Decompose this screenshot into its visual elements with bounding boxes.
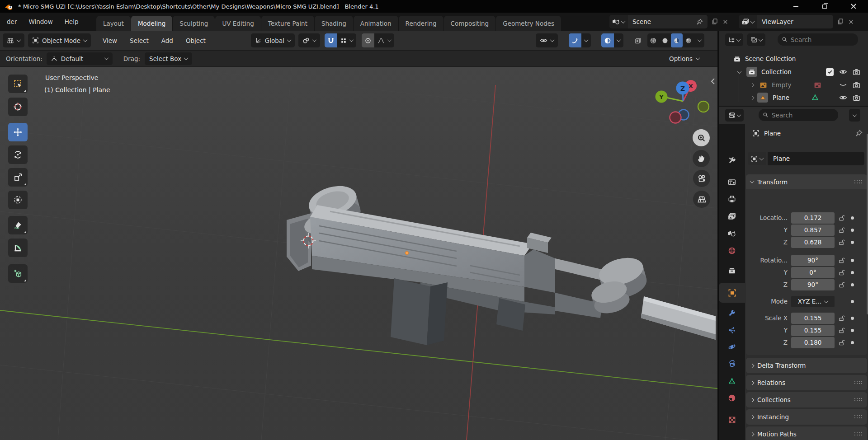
properties-search[interactable] bbox=[759, 109, 838, 121]
viewlayer-name-field[interactable]: ViewLayer bbox=[757, 15, 833, 28]
tab-modeling[interactable]: Modeling bbox=[131, 16, 172, 31]
animate-dot[interactable] bbox=[851, 337, 854, 348]
tab-material[interactable] bbox=[719, 389, 745, 407]
rotation-y-field[interactable]: 0° bbox=[791, 267, 835, 278]
tab-sculpting[interactable]: Sculpting bbox=[173, 16, 215, 31]
tab-particles[interactable] bbox=[719, 322, 745, 339]
sidebar-collapse-icon[interactable] bbox=[712, 79, 714, 84]
location-z-field[interactable]: 0.628 bbox=[791, 237, 835, 248]
lock-icon[interactable] bbox=[838, 267, 845, 278]
menu-object[interactable]: Object bbox=[179, 37, 212, 44]
outliner-display-mode-button[interactable] bbox=[725, 33, 743, 46]
gizmo-dropdown[interactable] bbox=[581, 33, 591, 47]
gizmo-axis-x-neg[interactable] bbox=[670, 112, 681, 123]
tab-modifiers[interactable] bbox=[719, 304, 745, 322]
menu-add[interactable]: Add bbox=[155, 37, 179, 44]
shading-dropdown[interactable] bbox=[694, 33, 704, 47]
lock-icon[interactable] bbox=[838, 337, 845, 348]
tab-view-layer[interactable] bbox=[719, 208, 745, 225]
new-scene-icon[interactable] bbox=[711, 18, 718, 25]
lock-icon[interactable] bbox=[838, 212, 845, 224]
location-y-field[interactable]: 0.857 bbox=[791, 225, 835, 236]
panel-grip-icon[interactable] bbox=[854, 415, 863, 419]
tab-layout[interactable]: Layout bbox=[96, 16, 131, 31]
snap-settings-dropdown[interactable] bbox=[337, 33, 356, 47]
pin-icon[interactable] bbox=[696, 19, 703, 25]
section-collections[interactable]: Collections bbox=[746, 392, 867, 407]
chevron-right-icon[interactable] bbox=[750, 83, 755, 87]
show-overlays-toggle[interactable] bbox=[601, 33, 614, 47]
menu-render[interactable]: der bbox=[1, 18, 23, 25]
lock-icon[interactable] bbox=[838, 255, 845, 266]
menu-select[interactable]: Select bbox=[123, 37, 155, 44]
shading-material-button[interactable] bbox=[671, 33, 683, 47]
overlays-dropdown[interactable] bbox=[614, 33, 623, 47]
properties-search-input[interactable] bbox=[772, 112, 834, 119]
object-browse-button[interactable] bbox=[748, 152, 766, 165]
tab-rendering[interactable]: Rendering bbox=[399, 16, 443, 31]
lock-icon[interactable] bbox=[838, 279, 845, 290]
panel-grip-icon[interactable] bbox=[854, 398, 863, 402]
outliner-row-plane[interactable]: Plane bbox=[719, 91, 868, 104]
tool-add-cube[interactable] bbox=[8, 264, 28, 283]
object-name-input[interactable] bbox=[768, 152, 864, 165]
eye-icon[interactable] bbox=[839, 68, 847, 76]
collection-checkbox[interactable] bbox=[826, 68, 834, 76]
gun-model[interactable] bbox=[287, 181, 716, 345]
panel-grip-icon[interactable] bbox=[854, 381, 863, 384]
tab-object[interactable] bbox=[719, 283, 745, 303]
chevron-right-icon[interactable] bbox=[750, 95, 755, 100]
section-relations[interactable]: Relations bbox=[746, 375, 867, 390]
scene-browse-button[interactable] bbox=[609, 15, 628, 28]
rotation-x-field[interactable]: 90° bbox=[791, 255, 835, 266]
orientation-dropdown[interactable]: Default bbox=[47, 52, 113, 65]
camera-icon[interactable] bbox=[853, 68, 860, 76]
scene-name-field[interactable]: Scene bbox=[628, 15, 708, 28]
panel-grip-icon[interactable] bbox=[854, 432, 863, 436]
animate-dot[interactable] bbox=[851, 212, 854, 224]
orthographic-toggle-button[interactable] bbox=[693, 191, 710, 208]
close-button[interactable] bbox=[839, 0, 868, 13]
eye-icon[interactable] bbox=[839, 94, 847, 102]
falloff-dropdown[interactable] bbox=[374, 33, 394, 47]
tool-measure[interactable] bbox=[8, 239, 28, 257]
camera-icon[interactable] bbox=[853, 81, 860, 89]
tab-uv-editing[interactable]: UV Editing bbox=[215, 16, 260, 31]
camera-view-button[interactable] bbox=[693, 170, 710, 187]
lock-icon[interactable] bbox=[838, 225, 845, 236]
editor-type-button[interactable] bbox=[3, 33, 24, 47]
tab-tool[interactable] bbox=[719, 152, 745, 169]
transform-panel-header[interactable]: Transform bbox=[746, 174, 867, 189]
section-delta-transform[interactable]: Delta Transform bbox=[746, 358, 867, 373]
animate-dot[interactable] bbox=[851, 225, 854, 236]
pin-icon[interactable] bbox=[855, 130, 863, 137]
zoom-button[interactable] bbox=[693, 129, 710, 146]
rotation-mode-dropdown[interactable]: XYZ E... bbox=[791, 296, 835, 307]
tool-select-box[interactable] bbox=[8, 75, 28, 93]
tab-world[interactable] bbox=[719, 242, 745, 259]
animate-dot[interactable] bbox=[851, 296, 854, 307]
lock-icon[interactable] bbox=[838, 237, 845, 248]
rotation-z-field[interactable]: 90° bbox=[791, 279, 835, 290]
scale-x-field[interactable]: 0.155 bbox=[791, 313, 835, 324]
xray-toggle[interactable] bbox=[630, 33, 646, 47]
remove-viewlayer-icon[interactable] bbox=[848, 19, 854, 25]
mode-dropdown[interactable]: Object Mode bbox=[28, 33, 91, 47]
section-instancing[interactable]: Instancing bbox=[746, 409, 867, 425]
properties-editor-type-button[interactable] bbox=[725, 109, 744, 122]
tool-scale[interactable] bbox=[8, 168, 28, 187]
transform-orientation-dropdown[interactable]: Global bbox=[251, 33, 295, 47]
tool-cursor[interactable] bbox=[8, 98, 28, 116]
visibility-dropdown[interactable] bbox=[536, 33, 558, 47]
tab-output[interactable] bbox=[719, 191, 745, 208]
panel-grip-icon[interactable] bbox=[854, 180, 863, 184]
snap-toggle[interactable] bbox=[325, 33, 337, 47]
tab-texture[interactable] bbox=[719, 411, 745, 428]
navigation-gizmo[interactable]: X Z Y bbox=[656, 80, 709, 123]
outliner-search[interactable] bbox=[778, 33, 858, 46]
chevron-down-icon[interactable] bbox=[737, 69, 742, 74]
tab-render[interactable] bbox=[719, 173, 745, 191]
outliner-filter-button[interactable] bbox=[747, 33, 765, 46]
viewport-3d[interactable]: X Z Y User Perspective (1) Collection | … bbox=[0, 67, 717, 440]
location-x-field[interactable]: 0.172 bbox=[791, 212, 835, 224]
